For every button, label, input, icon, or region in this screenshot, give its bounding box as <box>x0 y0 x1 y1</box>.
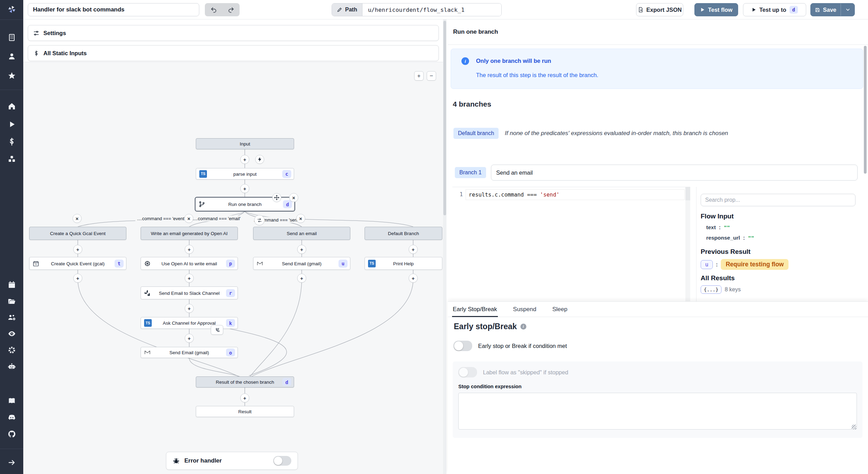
add-step-button[interactable]: + <box>185 274 194 283</box>
windmill-logo-icon[interactable] <box>7 5 16 14</box>
suspend-approval-button[interactable] <box>211 325 223 335</box>
sidebar-item-audit-logs[interactable] <box>7 329 16 338</box>
editor-code-line[interactable]: results.c.command === 'send' <box>466 189 685 200</box>
branch1-summary-input[interactable] <box>491 165 858 181</box>
flow-title-input[interactable] <box>28 3 199 16</box>
sidebar-item-folders[interactable] <box>7 297 16 306</box>
flow-settings-bar[interactable]: Settings <box>28 25 439 41</box>
export-json-button[interactable]: Export JSON <box>636 3 683 16</box>
all-results-row[interactable]: {...} 8 keys <box>701 285 741 294</box>
code-string-literal: 'send' <box>540 192 559 198</box>
branch-header[interactable]: Write an email generated by Open AI <box>141 227 238 240</box>
move-node-button[interactable] <box>272 193 281 202</box>
zoom-out-label: − <box>430 73 433 80</box>
test-flow-button[interactable]: Test flow <box>694 3 738 16</box>
early-stop-heading: Early stop/Break i <box>454 322 526 331</box>
tab-early-stop-break[interactable]: Early Stop/Break <box>453 302 497 317</box>
node-openai-write-email[interactable]: Use Open AI to write email p <box>141 257 238 270</box>
zoom-out-button[interactable]: − <box>427 71 436 81</box>
search-prop-input[interactable] <box>701 194 856 206</box>
add-step-button[interactable]: + <box>240 184 249 193</box>
sidebar-item-variables[interactable] <box>7 137 16 146</box>
branch-header[interactable]: Send an email <box>253 227 350 240</box>
previous-step-badge: u <box>701 260 713 269</box>
early-stop-toggle[interactable] <box>453 341 472 351</box>
undo-button[interactable] <box>205 3 222 16</box>
info-icon[interactable]: i <box>520 324 526 330</box>
node-parse-input[interactable]: TS parse input c <box>196 168 294 180</box>
error-handler-toggle[interactable] <box>273 456 291 466</box>
add-step-button[interactable]: + <box>73 274 82 283</box>
node-print-help[interactable]: TS Print Help <box>365 257 442 270</box>
add-step-button[interactable]: + <box>409 245 418 254</box>
panel-scrollbar-thumb[interactable] <box>864 46 867 174</box>
add-step-button[interactable]: + <box>185 304 194 313</box>
path-edit-button[interactable]: Path <box>332 3 362 16</box>
flow-input-heading: Flow Input <box>701 213 734 220</box>
sidebar-item-user[interactable] <box>7 51 16 61</box>
add-step-button[interactable]: + <box>297 245 306 254</box>
add-step-button[interactable]: + <box>73 245 82 254</box>
path-group[interactable]: Path u/henricourdent/flow_slack_1 <box>332 3 502 16</box>
add-step-button[interactable]: + <box>297 274 306 283</box>
flow-static-inputs-bar[interactable]: All Static Inputs <box>28 45 439 61</box>
prop-row[interactable]: response_url : "" <box>706 235 754 241</box>
path-value[interactable]: u/henricourdent/flow_slack_1 <box>362 3 501 16</box>
redo-button[interactable] <box>222 3 240 16</box>
phone-incoming-icon <box>215 327 220 333</box>
sidebar-item-docs[interactable] <box>7 396 16 405</box>
error-handler-bar[interactable]: Error handler <box>166 452 298 470</box>
sidebar-item-home[interactable] <box>7 101 16 111</box>
node-branch-result[interactable]: Result of the chosen branch d <box>196 376 294 388</box>
prop-row[interactable]: text : "" <box>706 224 730 231</box>
predicate-code-editor[interactable]: 1 results.c.command === 'send' <box>452 187 690 301</box>
save-button[interactable]: Save <box>811 3 841 16</box>
previous-result-row[interactable]: u : Require testing flow <box>701 259 788 270</box>
add-step-button[interactable]: + <box>409 274 418 283</box>
save-dropdown-button[interactable] <box>841 3 854 16</box>
branch-header[interactable]: Create a Quick Gcal Event <box>29 227 126 240</box>
sidebar-item-workspace[interactable] <box>7 33 16 42</box>
node-send-email-slack[interactable]: Send Email to Slack Channel r <box>141 286 238 299</box>
sidebar-item-groups[interactable] <box>7 313 16 322</box>
add-step-button[interactable]: + <box>240 393 249 402</box>
sidebar-item-runs[interactable] <box>7 119 16 129</box>
label-skipped-toggle[interactable] <box>458 367 477 377</box>
node-send-email-gmail[interactable]: Send Email (gmail) u <box>253 257 350 270</box>
sidebar-collapse-icon[interactable] <box>7 458 16 467</box>
export-json-label: Export JSON <box>646 7 682 13</box>
resize-handle[interactable] <box>852 425 856 429</box>
context-props-panel: Flow Input text : "" response_url : "" P… <box>696 187 862 305</box>
sidebar-item-settings[interactable] <box>7 345 16 355</box>
delete-branch-button[interactable]: × <box>296 214 305 223</box>
node-result[interactable]: Result <box>196 406 294 417</box>
sidebar-item-ai-assistant[interactable] <box>7 361 16 371</box>
add-step-button[interactable]: + <box>185 334 194 343</box>
move-branch-button[interactable] <box>254 215 265 225</box>
sidebar-item-favorites[interactable] <box>7 71 16 80</box>
node-ask-channel-approval[interactable]: TS Ask Channel for Approval k <box>141 317 238 329</box>
delete-node-button[interactable]: × <box>289 193 298 202</box>
stop-condition-textarea[interactable] <box>458 393 857 430</box>
tab-suspend[interactable]: Suspend <box>513 302 536 317</box>
zoom-in-button[interactable]: + <box>414 71 424 81</box>
node-send-email-gmail-2[interactable]: Send Email (gmail) o <box>141 347 238 358</box>
save-label: Save <box>823 7 836 13</box>
node-create-quick-event[interactable]: 31 Create Quick Event (gcal) t <box>29 257 126 270</box>
test-up-to-button[interactable]: Test up to d <box>743 3 806 16</box>
tab-sleep[interactable]: Sleep <box>552 302 567 317</box>
add-step-button[interactable]: + <box>185 245 194 254</box>
branch-header[interactable]: Default Branch <box>365 227 442 240</box>
delete-branch-button[interactable]: × <box>184 214 193 223</box>
add-step-button[interactable]: + <box>240 155 249 164</box>
delete-branch-button[interactable]: × <box>73 214 82 223</box>
canvas-scrollbar-thumb[interactable] <box>443 21 446 215</box>
node-input[interactable]: Input <box>196 138 294 149</box>
sidebar-item-discord[interactable] <box>7 413 16 422</box>
sidebar-item-github[interactable] <box>7 429 16 439</box>
flow-canvas[interactable]: + − Input + TS parse input c + Run one b… <box>23 62 443 474</box>
sidebar-item-schedules[interactable] <box>7 280 16 289</box>
trigger-bolt-icon[interactable] <box>255 155 264 164</box>
test-up-to-step-badge: d <box>790 6 798 14</box>
sidebar-item-resources[interactable] <box>7 154 16 164</box>
